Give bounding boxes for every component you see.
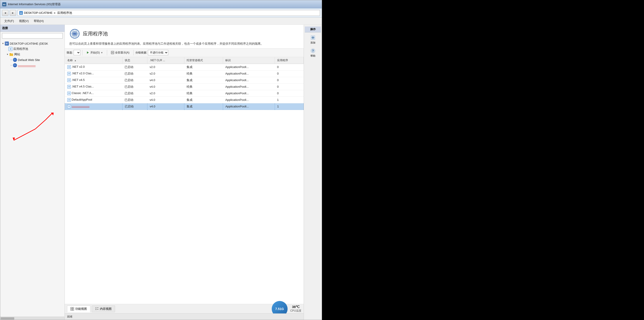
row-name-text: —————— [72, 105, 90, 108]
content-title: 应用程序池 [83, 30, 108, 37]
col-identity[interactable]: 标识 [223, 57, 275, 64]
cell-status: 已启动 [122, 70, 147, 77]
col-status[interactable]: 状态 [122, 57, 147, 64]
iis-icon: IIS [5, 42, 9, 46]
start-button[interactable]: 开始(G) ▼ [84, 50, 105, 56]
row-pool-icon: ⚙ [67, 98, 71, 102]
menu-view[interactable]: 视图(V) [17, 18, 31, 24]
cpu-temp-label: CPU温度 [290, 309, 302, 313]
col-apps[interactable]: 应用程序 [275, 57, 304, 64]
show-all-button[interactable]: 全部显示(A) [109, 50, 132, 56]
cell-net_clr: v2.0 [148, 64, 184, 70]
row-pool-icon: ⚙ [67, 85, 71, 89]
filter-select[interactable] [74, 50, 80, 55]
tab-content-label: 内容视图 [100, 307, 112, 311]
svg-rect-25 [72, 309, 74, 310]
group-label: 分组依据: [136, 51, 147, 55]
sidebar-label-default: Default Web Site [18, 58, 40, 62]
cell-name: ⚙.NET v4.5 [65, 77, 122, 83]
table-row[interactable]: ⚙.NET v2.0已启动v2.0集成ApplicationPooll...0 [65, 64, 304, 70]
svg-rect-24 [71, 309, 72, 310]
action-help-label: 帮助 [310, 54, 316, 58]
svg-text:IIS: IIS [3, 4, 6, 6]
row-name-text: .NET v2.0 Clas... [72, 72, 94, 75]
action-help[interactable]: ? 帮助 [305, 47, 321, 59]
action-add-label: 添加 [310, 41, 316, 45]
table-row[interactable]: ⚙.NET v4.5已启动v4.0集成ApplicationPooll...0 [65, 77, 304, 83]
row-name-text: DefaultAppPool [72, 98, 92, 101]
table-row[interactable]: ⚙Classic .NET A...已启动v2.0经典ApplicationPo… [65, 90, 304, 97]
sidebar-scrollbar[interactable] [0, 316, 64, 320]
table-container[interactable]: 名称 ▲ 状态 .NET CLR ... 托管管道模式 标识 应用程序 [65, 57, 304, 304]
sidebar-label-root: DESKTOP-UCAT6HE (DESK [10, 42, 48, 45]
table-row[interactable]: ⚙.NET v4.5 Clas...已启动v4.0经典ApplicationPo… [65, 83, 304, 90]
address-separator: ► [54, 11, 56, 15]
sidebar-item-apppool[interactable]: ⚙ 应用程序池 [0, 46, 64, 52]
start-icon [86, 51, 90, 54]
folder-icon [9, 52, 13, 57]
table-row[interactable]: ⚙.NET v2.0 Clas...已启动v2.0经典ApplicationPo… [65, 70, 304, 77]
cell-identity: ApplicationPooll... [223, 77, 275, 83]
svg-rect-23 [72, 307, 74, 309]
expand-icon-annotated[interactable]: › [9, 64, 13, 67]
forward-button[interactable]: ► [10, 10, 16, 16]
app-pool-table: 名称 ▲ 状态 .NET CLR ... 托管管道模式 标识 应用程序 [65, 57, 304, 110]
sidebar-item-root[interactable]: ▼ IIS DESKTOP-UCAT6HE (DESK [0, 41, 64, 46]
sidebar-item-annotated-site[interactable]: › —————— [0, 63, 64, 68]
cell-pipeline: 集成 [184, 103, 223, 110]
cell-pipeline: 集成 [184, 97, 223, 103]
sidebar-search-input[interactable] [2, 33, 63, 39]
expand-icon-root[interactable]: ▼ [1, 42, 5, 45]
cell-name: ⚙DefaultAppPool [65, 97, 122, 103]
main-area: 连接 ▼ IIS DESKTOP-UCAT6HE (DESK ⚙ 应 [0, 25, 322, 320]
cell-apps: 1 [275, 97, 304, 103]
filter-label: 筛选: [66, 51, 73, 55]
content-title-row: IIS 应用程序池 [69, 28, 299, 39]
expand-icon-sites[interactable]: ▼ [6, 53, 9, 56]
menu-help[interactable]: 帮助(H) [32, 18, 46, 24]
cpu-value: 7.51G [275, 307, 284, 311]
svg-text:IIS: IIS [20, 12, 22, 14]
expand-icon-default[interactable]: › [9, 58, 13, 62]
action-add[interactable]: 添加 [305, 34, 321, 46]
menu-bar: 文件(F) 视图(V) 帮助(H) [0, 18, 322, 25]
row-name-text: Classic .NET A... [72, 91, 94, 95]
cell-pipeline: 经典 [184, 83, 223, 90]
cell-apps: 0 [275, 90, 304, 97]
address-bar: ◄ ► IIS DESKTOP-UCAT6HE ► 应用程序池 [0, 9, 322, 18]
col-net-clr[interactable]: .NET CLR ... [148, 57, 184, 64]
address-input[interactable]: IIS DESKTOP-UCAT6HE ► 应用程序池 [18, 10, 320, 16]
cell-name: ⚙Classic .NET A... [65, 90, 122, 97]
filter-container: 筛选: [66, 50, 80, 55]
tab-feature-view[interactable]: 功能视图 [67, 305, 90, 312]
toolbar: 筛选: 开始(G) ▼ [65, 49, 304, 57]
back-button[interactable]: ◄ [2, 10, 8, 16]
cell-status: 已启动 [122, 83, 147, 90]
sidebar-item-default-site[interactable]: › Default Web Site [0, 57, 64, 63]
col-pipeline[interactable]: 托管管道模式 [184, 57, 223, 64]
col-name[interactable]: 名称 ▲ [65, 57, 122, 64]
table-header-row: 名称 ▲ 状态 .NET CLR ... 托管管道模式 标识 应用程序 [65, 57, 304, 64]
sidebar-item-sites[interactable]: ▼ 网站 [0, 52, 64, 57]
black-area [322, 0, 644, 320]
table-row[interactable]: ⚙——————已启动v4.0集成ApplicationPooll...1 [65, 103, 304, 110]
tab-content-view[interactable]: 内容视图 [92, 305, 115, 312]
svg-marker-17 [87, 52, 89, 54]
content-header: IIS 应用程序池 您可以在此页上查看和管理服务器上的应用程序池列表。应用程序池… [65, 25, 304, 49]
sidebar-tree: ▼ IIS DESKTOP-UCAT6HE (DESK ⚙ 应用程序池 ▼ [0, 40, 64, 316]
group-select[interactable]: 不进行分组 [148, 50, 168, 55]
svg-rect-22 [71, 307, 72, 309]
menu-file[interactable]: 文件(F) [2, 18, 16, 24]
status-bar: 就绪 [65, 313, 304, 320]
sidebar: 连接 ▼ IIS DESKTOP-UCAT6HE (DESK ⚙ 应 [0, 25, 65, 320]
content-title-icon: IIS [69, 28, 80, 39]
cell-net_clr: v4.0 [148, 103, 184, 110]
title-bar: IIS Internet Information Services (IIS)管… [0, 0, 322, 9]
cell-status: 已启动 [122, 77, 147, 83]
table-row[interactable]: ⚙DefaultAppPool已启动v4.0集成ApplicationPooll… [65, 97, 304, 103]
row-name-text: .NET v2.0 [72, 65, 85, 69]
cell-net_clr: v2.0 [148, 90, 184, 97]
svg-rect-26 [95, 307, 96, 308]
cell-apps: 0 [275, 83, 304, 90]
cell-pipeline: 经典 [184, 70, 223, 77]
